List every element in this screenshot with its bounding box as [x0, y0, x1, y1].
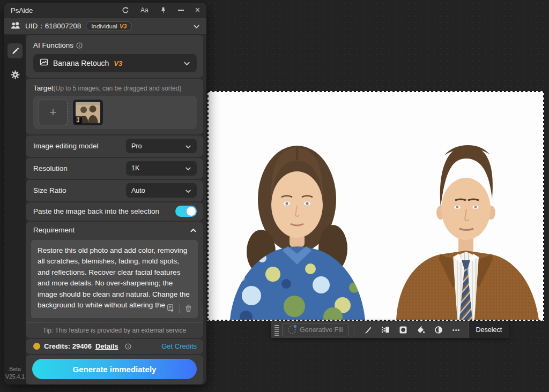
selection-ants-top	[208, 91, 544, 92]
taskbar-divider	[354, 325, 354, 335]
refine-selection-icon[interactable]	[377, 323, 395, 336]
selection-ants-bottom	[208, 320, 544, 321]
panel-content: AI Functions Banana Retouch V3 Target(Up…	[26, 35, 206, 385]
requirement-section: Requirement Restore this old photo and a…	[26, 222, 203, 338]
size-ratio-label: Size Ratio	[33, 186, 66, 194]
save-template-icon[interactable]	[167, 304, 175, 314]
ai-function-dropdown[interactable]: Banana Retouch V3	[33, 54, 197, 72]
text-size-icon[interactable]: Aa	[140, 7, 149, 13]
target-section: Target(Up to 5 images, can be dragged an…	[26, 79, 203, 134]
edit-tool-tab[interactable]	[8, 43, 23, 58]
ai-function-value: Banana Retouch	[53, 59, 109, 67]
users-icon	[11, 21, 20, 32]
more-options-icon[interactable]: •••	[448, 323, 465, 336]
generative-fill-label: Generative Fill	[300, 326, 343, 334]
plan-version: V3	[120, 23, 127, 29]
generate-section: Generate immediately	[26, 355, 203, 385]
chevron-down-icon	[185, 186, 191, 195]
credits-details-link[interactable]: Details	[95, 342, 118, 350]
refresh-icon[interactable]	[122, 6, 129, 14]
chevron-down-icon	[185, 163, 191, 173]
settings-tab[interactable]	[11, 70, 20, 81]
tools-divider	[179, 305, 180, 313]
target-image-list: + 1	[33, 96, 197, 129]
selection-brush-icon[interactable]	[359, 323, 377, 336]
info-icon[interactable]	[76, 42, 83, 49]
get-credits-link[interactable]: Get Credits	[161, 342, 197, 350]
app-window: Generative Fill ••• Deselect PsAide	[0, 0, 549, 392]
chevron-up-icon	[190, 225, 197, 235]
credits-amount: Credits: 29406	[44, 342, 92, 350]
external-service-tip: Tip: This feature is provided by an exte…	[26, 322, 203, 338]
mask-icon[interactable]	[395, 323, 412, 336]
gear-icon	[11, 70, 20, 79]
credits-coin-icon	[33, 343, 40, 350]
psaide-panel: PsAide Aa × UID：618007208 Individual V3	[4, 3, 206, 385]
resolution-label: Resolution	[33, 164, 68, 172]
add-image-button[interactable]: +	[39, 100, 68, 125]
resolution-dropdown[interactable]: 1K	[126, 161, 197, 176]
ai-functions-label: AI Functions	[33, 41, 73, 49]
target-hint: (Up to 5 images, can be dragged and sort…	[54, 85, 182, 92]
panel-titlebar[interactable]: PsAide Aa ×	[4, 3, 206, 18]
credits-row: Credits: 29406 Details Get Credits	[26, 339, 203, 354]
chevron-down-icon	[183, 58, 190, 68]
ai-functions-section: AI Functions Banana Retouch V3	[26, 35, 203, 78]
selection-ants-right	[543, 91, 544, 321]
side-rail: Beta V25.4.1	[4, 35, 26, 385]
account-row[interactable]: UID：618007208 Individual V3	[4, 18, 206, 35]
adjustment-icon[interactable]	[430, 323, 448, 336]
photo-illustration	[209, 92, 543, 320]
paste-back-label: Paste the image back into the selection	[33, 207, 159, 215]
target-label: Target	[33, 84, 54, 92]
uid-label: UID：618007208	[25, 21, 81, 31]
plan-badge: Individual V3	[86, 21, 132, 31]
model-dropdown[interactable]: Pro	[126, 139, 197, 153]
deselect-button[interactable]: Deselect	[469, 321, 509, 338]
close-icon[interactable]: ×	[195, 6, 200, 14]
paste-back-row: Paste the image back into the selection	[26, 202, 203, 221]
chevron-down-icon	[185, 141, 191, 151]
edited-photo[interactable]	[209, 92, 543, 320]
trash-icon[interactable]	[184, 304, 192, 314]
generate-button[interactable]: Generate immediately	[32, 359, 197, 379]
size-ratio-row: Size Ratio Auto	[26, 180, 203, 201]
ai-function-version: V3	[114, 59, 122, 67]
model-row: Image editing model Pro	[26, 135, 203, 157]
size-ratio-dropdown[interactable]: Auto	[126, 183, 197, 198]
panel-title: PsAide	[11, 6, 33, 14]
plus-icon: +	[50, 105, 57, 119]
requirement-textarea[interactable]: Restore this old photo and add color, re…	[31, 240, 198, 318]
paste-back-toggle[interactable]	[175, 206, 197, 217]
image-icon	[40, 58, 48, 69]
minimize-icon[interactable]	[178, 10, 184, 11]
thumbnail-count-badge: 1	[75, 116, 82, 124]
selection-ants-left	[207, 91, 209, 321]
collapse-chevron-icon[interactable]	[193, 21, 200, 31]
taskbar-drag-handle[interactable]	[274, 324, 279, 336]
fill-bucket-icon[interactable]	[412, 323, 430, 336]
pencil-icon	[11, 47, 19, 55]
info-icon[interactable]	[125, 343, 131, 350]
generative-fill-icon	[288, 326, 296, 334]
contextual-taskbar: Generative Fill ••• Deselect	[271, 321, 509, 338]
generative-fill-button[interactable]: Generative Fill	[282, 323, 349, 336]
pin-icon[interactable]	[160, 6, 167, 14]
model-label: Image editing model	[33, 142, 99, 150]
resolution-row: Resolution 1K	[26, 158, 203, 179]
target-image-thumbnail[interactable]: 1	[73, 100, 103, 125]
beta-version: Beta V25.4.1	[4, 365, 26, 380]
requirement-header[interactable]: Requirement	[26, 222, 203, 239]
